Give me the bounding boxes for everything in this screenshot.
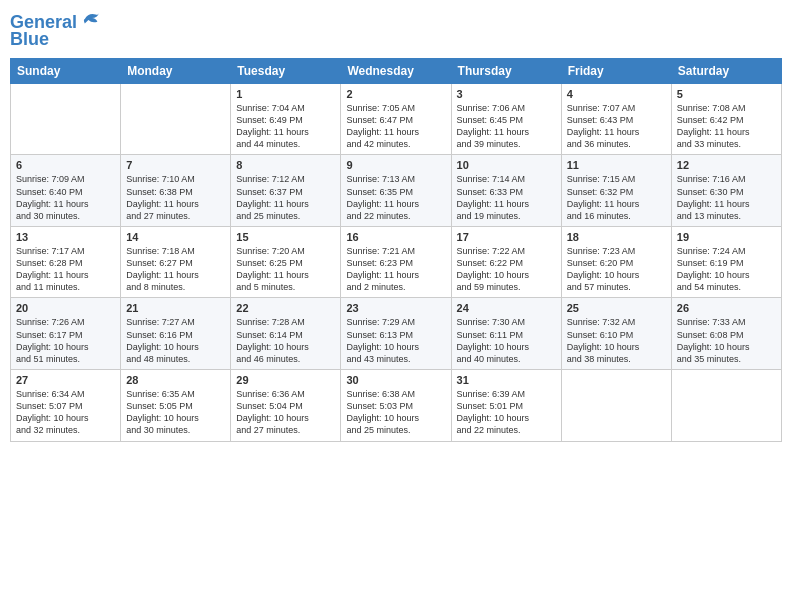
calendar-header-sunday: Sunday [11,58,121,83]
day-number: 4 [567,88,666,100]
day-info: Sunrise: 6:35 AM Sunset: 5:05 PM Dayligh… [126,388,225,437]
day-number: 17 [457,231,556,243]
calendar-week-row: 20Sunrise: 7:26 AM Sunset: 6:17 PM Dayli… [11,298,782,370]
day-number: 13 [16,231,115,243]
calendar-cell: 12Sunrise: 7:16 AM Sunset: 6:30 PM Dayli… [671,155,781,227]
day-number: 2 [346,88,445,100]
calendar-cell: 18Sunrise: 7:23 AM Sunset: 6:20 PM Dayli… [561,226,671,298]
calendar-cell: 17Sunrise: 7:22 AM Sunset: 6:22 PM Dayli… [451,226,561,298]
calendar-cell: 27Sunrise: 6:34 AM Sunset: 5:07 PM Dayli… [11,370,121,442]
day-info: Sunrise: 6:39 AM Sunset: 5:01 PM Dayligh… [457,388,556,437]
day-number: 12 [677,159,776,171]
day-info: Sunrise: 7:22 AM Sunset: 6:22 PM Dayligh… [457,245,556,294]
calendar-cell [561,370,671,442]
day-number: 22 [236,302,335,314]
day-info: Sunrise: 7:08 AM Sunset: 6:42 PM Dayligh… [677,102,776,151]
calendar-cell [671,370,781,442]
day-info: Sunrise: 7:17 AM Sunset: 6:28 PM Dayligh… [16,245,115,294]
calendar-cell: 29Sunrise: 6:36 AM Sunset: 5:04 PM Dayli… [231,370,341,442]
day-number: 9 [346,159,445,171]
calendar-header-saturday: Saturday [671,58,781,83]
calendar-week-row: 13Sunrise: 7:17 AM Sunset: 6:28 PM Dayli… [11,226,782,298]
calendar-week-row: 1Sunrise: 7:04 AM Sunset: 6:49 PM Daylig… [11,83,782,155]
calendar-cell: 9Sunrise: 7:13 AM Sunset: 6:35 PM Daylig… [341,155,451,227]
day-info: Sunrise: 7:33 AM Sunset: 6:08 PM Dayligh… [677,316,776,365]
day-number: 11 [567,159,666,171]
calendar-cell: 2Sunrise: 7:05 AM Sunset: 6:47 PM Daylig… [341,83,451,155]
calendar-cell: 26Sunrise: 7:33 AM Sunset: 6:08 PM Dayli… [671,298,781,370]
day-info: Sunrise: 7:24 AM Sunset: 6:19 PM Dayligh… [677,245,776,294]
day-info: Sunrise: 7:27 AM Sunset: 6:16 PM Dayligh… [126,316,225,365]
calendar-header-thursday: Thursday [451,58,561,83]
day-number: 6 [16,159,115,171]
day-number: 25 [567,302,666,314]
calendar-week-row: 6Sunrise: 7:09 AM Sunset: 6:40 PM Daylig… [11,155,782,227]
calendar-header-monday: Monday [121,58,231,83]
day-info: Sunrise: 6:36 AM Sunset: 5:04 PM Dayligh… [236,388,335,437]
day-info: Sunrise: 7:09 AM Sunset: 6:40 PM Dayligh… [16,173,115,222]
day-number: 16 [346,231,445,243]
calendar-cell: 22Sunrise: 7:28 AM Sunset: 6:14 PM Dayli… [231,298,341,370]
day-number: 20 [16,302,115,314]
day-info: Sunrise: 7:04 AM Sunset: 6:49 PM Dayligh… [236,102,335,151]
day-info: Sunrise: 7:26 AM Sunset: 6:17 PM Dayligh… [16,316,115,365]
logo: General Blue [10,10,101,50]
day-info: Sunrise: 7:13 AM Sunset: 6:35 PM Dayligh… [346,173,445,222]
calendar-cell: 14Sunrise: 7:18 AM Sunset: 6:27 PM Dayli… [121,226,231,298]
calendar-header-wednesday: Wednesday [341,58,451,83]
day-number: 30 [346,374,445,386]
calendar-cell: 6Sunrise: 7:09 AM Sunset: 6:40 PM Daylig… [11,155,121,227]
calendar-cell: 8Sunrise: 7:12 AM Sunset: 6:37 PM Daylig… [231,155,341,227]
calendar-header-friday: Friday [561,58,671,83]
header: General Blue [10,10,782,50]
day-number: 1 [236,88,335,100]
calendar-cell: 24Sunrise: 7:30 AM Sunset: 6:11 PM Dayli… [451,298,561,370]
day-info: Sunrise: 7:20 AM Sunset: 6:25 PM Dayligh… [236,245,335,294]
day-number: 23 [346,302,445,314]
calendar-cell: 10Sunrise: 7:14 AM Sunset: 6:33 PM Dayli… [451,155,561,227]
day-number: 18 [567,231,666,243]
day-number: 5 [677,88,776,100]
day-info: Sunrise: 7:10 AM Sunset: 6:38 PM Dayligh… [126,173,225,222]
day-number: 19 [677,231,776,243]
calendar-cell: 30Sunrise: 6:38 AM Sunset: 5:03 PM Dayli… [341,370,451,442]
calendar-cell: 7Sunrise: 7:10 AM Sunset: 6:38 PM Daylig… [121,155,231,227]
day-number: 10 [457,159,556,171]
logo-bird-icon [83,10,101,28]
calendar-cell: 21Sunrise: 7:27 AM Sunset: 6:16 PM Dayli… [121,298,231,370]
day-number: 7 [126,159,225,171]
calendar-header-tuesday: Tuesday [231,58,341,83]
day-info: Sunrise: 7:06 AM Sunset: 6:45 PM Dayligh… [457,102,556,151]
day-number: 21 [126,302,225,314]
calendar-cell [11,83,121,155]
calendar-cell: 20Sunrise: 7:26 AM Sunset: 6:17 PM Dayli… [11,298,121,370]
day-info: Sunrise: 7:05 AM Sunset: 6:47 PM Dayligh… [346,102,445,151]
day-number: 24 [457,302,556,314]
day-info: Sunrise: 7:29 AM Sunset: 6:13 PM Dayligh… [346,316,445,365]
day-info: Sunrise: 7:16 AM Sunset: 6:30 PM Dayligh… [677,173,776,222]
calendar-cell: 13Sunrise: 7:17 AM Sunset: 6:28 PM Dayli… [11,226,121,298]
calendar-cell: 23Sunrise: 7:29 AM Sunset: 6:13 PM Dayli… [341,298,451,370]
day-info: Sunrise: 6:38 AM Sunset: 5:03 PM Dayligh… [346,388,445,437]
day-info: Sunrise: 7:28 AM Sunset: 6:14 PM Dayligh… [236,316,335,365]
day-info: Sunrise: 7:12 AM Sunset: 6:37 PM Dayligh… [236,173,335,222]
calendar-cell [121,83,231,155]
day-number: 26 [677,302,776,314]
calendar-cell: 5Sunrise: 7:08 AM Sunset: 6:42 PM Daylig… [671,83,781,155]
day-number: 27 [16,374,115,386]
day-info: Sunrise: 7:23 AM Sunset: 6:20 PM Dayligh… [567,245,666,294]
day-number: 14 [126,231,225,243]
page: General Blue SundayMondayTuesdayWednesda… [0,0,792,612]
calendar-cell: 1Sunrise: 7:04 AM Sunset: 6:49 PM Daylig… [231,83,341,155]
calendar-cell: 16Sunrise: 7:21 AM Sunset: 6:23 PM Dayli… [341,226,451,298]
day-info: Sunrise: 6:34 AM Sunset: 5:07 PM Dayligh… [16,388,115,437]
calendar-cell: 11Sunrise: 7:15 AM Sunset: 6:32 PM Dayli… [561,155,671,227]
calendar-cell: 4Sunrise: 7:07 AM Sunset: 6:43 PM Daylig… [561,83,671,155]
calendar-week-row: 27Sunrise: 6:34 AM Sunset: 5:07 PM Dayli… [11,370,782,442]
day-info: Sunrise: 7:32 AM Sunset: 6:10 PM Dayligh… [567,316,666,365]
day-info: Sunrise: 7:14 AM Sunset: 6:33 PM Dayligh… [457,173,556,222]
day-number: 15 [236,231,335,243]
day-number: 31 [457,374,556,386]
day-number: 3 [457,88,556,100]
calendar-cell: 25Sunrise: 7:32 AM Sunset: 6:10 PM Dayli… [561,298,671,370]
